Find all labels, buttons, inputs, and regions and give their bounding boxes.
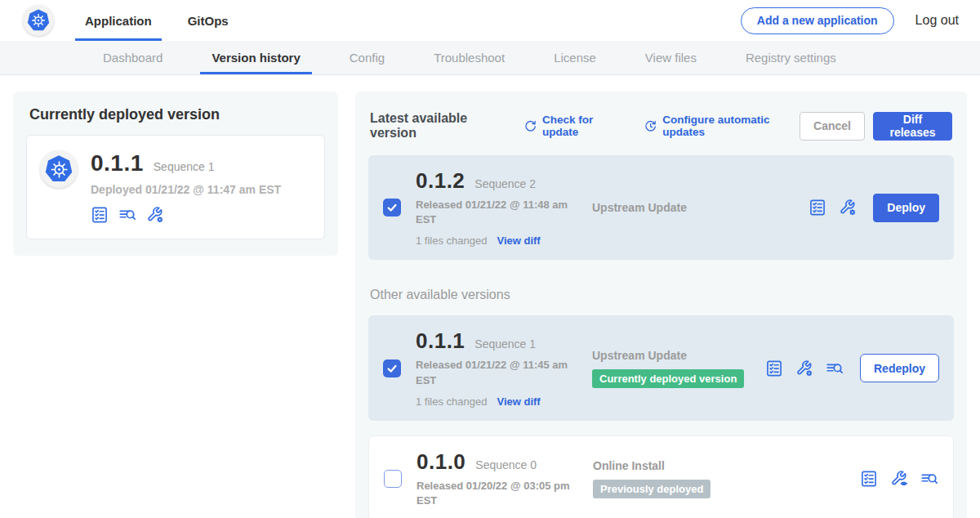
deploy-logs-icon[interactable]: [826, 359, 844, 377]
version-source: Upstream Update: [592, 201, 808, 214]
files-changed-line: 1 files changed View diff: [416, 234, 589, 247]
edit-config-icon[interactable]: [146, 206, 164, 224]
released-timestamp: Released 01/21/22 @ 11:45 am EST: [416, 358, 571, 387]
version-actions: Deploy: [808, 194, 939, 222]
version-actions: Redeploy: [765, 354, 939, 382]
preflight-checklist-icon[interactable]: [765, 359, 783, 377]
files-changed-count: 1 files changed: [416, 395, 487, 408]
version-icon-row: [765, 359, 844, 377]
currently-deployed-panel: Currently deployed version 0.1.1: [13, 92, 338, 256]
edit-config-icon[interactable]: [795, 359, 813, 377]
status-badge: Currently deployed version: [592, 369, 744, 388]
latest-available-title: Latest available version: [370, 111, 503, 141]
check-icon: [386, 202, 398, 213]
add-new-application-button[interactable]: Add a new application: [741, 7, 894, 34]
tab-registry-settings[interactable]: Registry settings: [746, 41, 836, 74]
preflight-checklist-icon[interactable]: [808, 199, 826, 217]
tab-config[interactable]: Config: [350, 41, 385, 74]
app-icon: [40, 150, 78, 188]
deployed-timestamp: Deployed 01/21/22 @ 11:47 am EST: [91, 183, 281, 196]
version-row-0.1.0: 0.1.0 Sequence 0 Released 01/20/22 @ 03:…: [368, 435, 954, 518]
app-sub-nav: Dashboard Version history Config Trouble…: [0, 41, 980, 75]
tab-version-history[interactable]: Version history: [212, 41, 300, 74]
check-icon: [386, 363, 398, 374]
kubernetes-logo: [23, 5, 54, 36]
ship-wheel-icon: [49, 159, 69, 180]
configure-automatic-updates-label: Configure automatic updates: [662, 114, 800, 138]
preflight-checklist-icon[interactable]: [91, 206, 109, 224]
version-checkbox[interactable]: [383, 199, 401, 217]
app-icon-heptagon: [44, 154, 74, 185]
deploy-button[interactable]: Deploy: [873, 194, 939, 222]
currently-deployed-title: Currently deployed version: [26, 106, 325, 123]
version-actions: [860, 470, 938, 488]
version-row-0.1.2: 0.1.2 Sequence 2 Released 01/21/22 @ 11:…: [368, 155, 954, 260]
tab-application[interactable]: Application: [85, 0, 152, 41]
top-nav: Application GitOps Add a new application…: [0, 0, 980, 41]
check-for-update-label: Check for update: [542, 114, 623, 138]
tab-view-files[interactable]: View files: [645, 41, 697, 74]
scheduled-update-icon: [644, 119, 657, 133]
main-content: Currently deployed version 0.1.1: [0, 75, 980, 518]
logout-link[interactable]: Log out: [915, 13, 959, 28]
view-diff-link[interactable]: View diff: [497, 234, 540, 247]
deployed-icon-row: [91, 206, 281, 224]
deploy-logs-icon[interactable]: [920, 470, 938, 488]
version-source: Upstream Update: [592, 349, 765, 362]
files-changed-line: 1 files changed View diff: [416, 395, 589, 408]
redeploy-button[interactable]: Redeploy: [860, 354, 939, 382]
deployed-version-card: 0.1.1 Sequence 1 Deployed 01/21/22 @ 11:…: [26, 135, 325, 239]
view-config-icon[interactable]: [890, 470, 908, 488]
version-number: 0.1.0: [416, 449, 466, 475]
latest-available-header: Latest available version Check for updat…: [370, 111, 952, 141]
tab-dashboard[interactable]: Dashboard: [103, 41, 163, 74]
cancel-button[interactable]: Cancel: [800, 112, 865, 141]
version-icon-row: [860, 470, 938, 488]
tab-license[interactable]: License: [554, 41, 596, 74]
check-for-update-link[interactable]: Check for update: [524, 114, 623, 138]
tab-troubleshoot[interactable]: Troubleshoot: [434, 41, 505, 74]
version-source: Online Install: [593, 459, 860, 472]
refresh-icon: [524, 119, 537, 133]
files-changed-count: 1 files changed: [416, 234, 487, 247]
status-badge: Previously deployed: [593, 480, 710, 498]
kubernetes-logo-heptagon: [26, 8, 51, 33]
other-versions-list: 0.1.1 Sequence 1 Released 01/21/22 @ 11:…: [368, 315, 954, 518]
version-checkbox[interactable]: [384, 470, 402, 488]
other-available-versions-title: Other available versions: [370, 288, 952, 302]
latest-version-row-slot: 0.1.2 Sequence 2 Released 01/21/22 @ 11:…: [368, 155, 954, 260]
view-diff-link[interactable]: View diff: [497, 395, 540, 408]
released-timestamp: Released 01/21/22 @ 11:48 am EST: [416, 198, 571, 227]
version-number: 0.1.1: [416, 328, 465, 354]
configure-automatic-updates-link[interactable]: Configure automatic updates: [644, 114, 800, 138]
version-icon-row: [808, 199, 857, 217]
diff-releases-button[interactable]: Diff releases: [873, 112, 952, 141]
edit-config-icon[interactable]: [839, 199, 857, 217]
version-sequence: Sequence 1: [474, 337, 536, 351]
deployed-version-number: 0.1.1: [91, 150, 144, 176]
tab-gitops[interactable]: GitOps: [188, 0, 229, 41]
released-timestamp: Released 01/20/22 @ 03:05 pm EST: [416, 479, 572, 508]
version-checkbox[interactable]: [383, 359, 401, 377]
preflight-checklist-icon[interactable]: [860, 470, 878, 488]
deploy-logs-icon[interactable]: [118, 206, 136, 224]
deployed-sequence: Sequence 1: [154, 160, 215, 173]
version-number: 0.1.2: [416, 168, 465, 194]
ship-wheel-icon: [30, 12, 47, 29]
version-sequence: Sequence 2: [474, 177, 536, 190]
version-sequence: Sequence 0: [475, 458, 537, 471]
version-history-panel: Latest available version Check for updat…: [355, 92, 967, 518]
topnav-tabs: Application GitOps: [85, 0, 229, 41]
version-row-0.1.1: 0.1.1 Sequence 1 Released 01/21/22 @ 11:…: [368, 315, 954, 420]
